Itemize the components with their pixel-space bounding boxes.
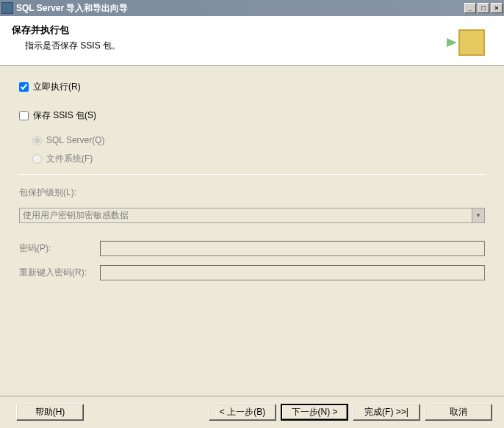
sql-server-row: SQL Server(Q) bbox=[19, 135, 485, 145]
file-system-radio bbox=[32, 154, 42, 164]
retype-password-label: 重新键入密码(R): bbox=[19, 266, 100, 279]
sql-server-radio bbox=[32, 136, 42, 145]
back-button[interactable]: < 上一步(B) bbox=[209, 404, 276, 421]
retype-password-input bbox=[100, 265, 485, 280]
retype-password-row: 重新键入密码(R): bbox=[19, 265, 485, 280]
chevron-down-icon: ▼ bbox=[472, 208, 484, 222]
wizard-footer: 帮助(H) < 上一步(B) 下一步(N) > 完成(F) >>| 取消 bbox=[0, 396, 504, 428]
password-row: 密码(P): bbox=[19, 241, 485, 256]
help-button[interactable]: 帮助(H) bbox=[16, 404, 84, 421]
password-label: 密码(P): bbox=[19, 242, 100, 255]
run-immediately-checkbox[interactable] bbox=[19, 82, 29, 92]
page-title: 保存并执行包 bbox=[12, 23, 454, 37]
close-button[interactable]: × bbox=[491, 3, 503, 13]
finish-button[interactable]: 完成(F) >>| bbox=[353, 404, 420, 421]
title-bar: SQL Server 导入和导出向导 _ □ × bbox=[0, 0, 504, 16]
save-ssis-checkbox[interactable] bbox=[19, 111, 29, 120]
app-icon bbox=[1, 2, 13, 14]
run-immediately-label: 立即执行(R) bbox=[33, 81, 81, 93]
protection-level-row: 包保护级别(L): bbox=[19, 186, 485, 199]
minimize-button[interactable]: _ bbox=[464, 3, 476, 13]
page-subtitle: 指示是否保存 SSIS 包。 bbox=[12, 40, 454, 52]
save-ssis-label: 保存 SSIS 包(S) bbox=[33, 109, 96, 122]
next-button[interactable]: 下一步(N) > bbox=[281, 404, 348, 421]
wizard-header: 保存并执行包 指示是否保存 SSIS 包。 bbox=[0, 16, 504, 66]
run-immediately-row: 立即执行(R) bbox=[19, 81, 485, 93]
window-title: SQL Server 导入和导出向导 bbox=[16, 2, 128, 15]
protection-level-combo: 使用用户密钥加密敏感数据 ▼ bbox=[19, 208, 485, 223]
wizard-icon bbox=[454, 23, 489, 59]
save-ssis-row: 保存 SSIS 包(S) bbox=[19, 109, 485, 122]
content-area: 立即执行(R) 保存 SSIS 包(S) SQL Server(Q) 文件系统(… bbox=[0, 66, 504, 396]
protection-level-value: 使用用户密钥加密敏感数据 bbox=[23, 209, 129, 222]
file-system-label: 文件系统(F) bbox=[46, 153, 93, 165]
password-input bbox=[100, 241, 485, 256]
cancel-button[interactable]: 取消 bbox=[425, 404, 492, 421]
separator bbox=[19, 174, 485, 175]
maximize-button[interactable]: □ bbox=[478, 3, 489, 13]
protection-level-label: 包保护级别(L): bbox=[19, 186, 76, 199]
sql-server-label: SQL Server(Q) bbox=[46, 135, 105, 145]
file-system-row: 文件系统(F) bbox=[19, 153, 485, 165]
protection-level-combo-row: 使用用户密钥加密敏感数据 ▼ bbox=[19, 208, 485, 223]
